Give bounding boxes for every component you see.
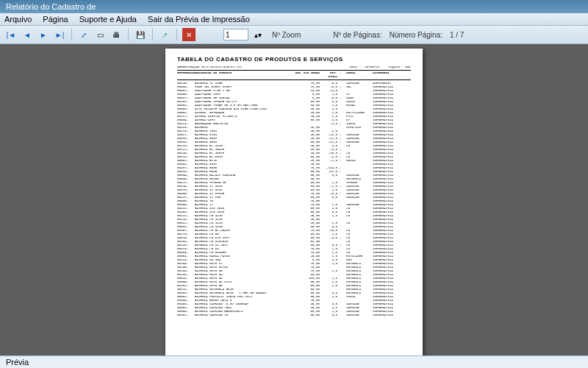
separator (71, 29, 72, 40)
statusbar: Prévia (0, 355, 588, 368)
date-label: Data .: (350, 66, 363, 68)
page-num: 1 / 7 (450, 31, 464, 39)
menu-pagina[interactable]: Página (43, 15, 68, 24)
close-icon[interactable]: ✕ (182, 28, 196, 41)
separator (128, 29, 129, 40)
separator (152, 29, 153, 40)
table-row: 00481-BATERIA SAMSUNG J580,006,0SAMSUNGI… (177, 314, 411, 317)
nav-last-icon[interactable]: ►| (53, 28, 66, 41)
menu-sair[interactable]: Sair da Prévia de Impressão (148, 15, 250, 24)
menu-arquivo[interactable]: Arquivo (4, 15, 32, 24)
window-titlebar: Relatório do Cadastro de (0, 0, 588, 13)
table-header: REFERENCIA DESCRICAO DO PRODUTO UNI VLR … (177, 71, 411, 80)
nav-prev-icon[interactable]: ◄ (21, 28, 34, 41)
zoom-tool-icon[interactable]: ⤢ (77, 28, 90, 41)
nav-first-icon[interactable]: |◄ (4, 28, 18, 41)
pagenum-value: 001 (405, 66, 411, 68)
separator (176, 29, 177, 40)
zoom-input[interactable] (223, 29, 248, 40)
nav-next-icon[interactable]: ► (37, 28, 50, 41)
pagenum-label: Pagina.: (389, 66, 404, 68)
menu-suporte[interactable]: Suporte e Ajuda (79, 15, 137, 24)
page-setup-icon[interactable]: ▭ (93, 28, 107, 41)
page-num-label: Número Página: (390, 31, 442, 39)
export-icon[interactable]: ↗ (158, 28, 171, 41)
preview-workspace: TABELA DO CADASTRO DE PRODUTOS E SERVIÇO… (0, 44, 588, 361)
report-page: TABELA DO CADASTRO DE PRODUTOS E SERVIÇO… (165, 49, 423, 358)
table-body: 00448-BATERIA J2 CORE75,006,0SAMSUNGACES… (177, 82, 411, 317)
toolbar: |◄ ◄ ► ►| ⤢ ▭ 🖶 💾 ↗ ✕ ▴▾ Nº Zoom Nº de P… (0, 26, 588, 44)
report-demo: DEMONSTRAÇÃO v5.0.311222.010722 >>> (177, 66, 242, 69)
report-title: TABELA DO CADASTRO DE PRODUTOS E SERVIÇO… (177, 57, 411, 61)
zoom-label: Nº Zoom (272, 31, 301, 39)
menubar: Arquivo Página Suporte e Ajuda Sair da P… (0, 13, 588, 26)
window-title: Relatório do Cadastro de (6, 2, 96, 11)
status-previa: Prévia (6, 358, 29, 367)
zoom-spinner-icon[interactable]: ▴▾ (251, 28, 265, 41)
print-icon[interactable]: 🖶 (110, 28, 123, 41)
pages-label: Nº de Páginas: (333, 31, 381, 39)
date-value: 16/08/22 (365, 66, 379, 68)
save-icon[interactable]: 💾 (134, 28, 147, 41)
